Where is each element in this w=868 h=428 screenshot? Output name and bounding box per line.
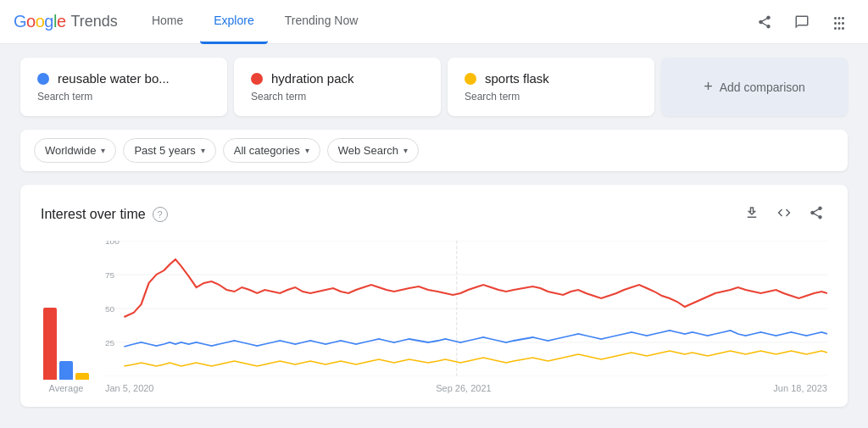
add-comparison-label: Add comparison (720, 81, 805, 94)
x-axis-labels: Jan 5, 2020 Sep 26, 2021 Jun 18, 2023 (105, 380, 827, 393)
svg-text:25: 25 (105, 339, 114, 347)
chart-body: Average 100 75 50 25 (41, 241, 827, 393)
apps-button[interactable] (824, 7, 854, 37)
term-type-1: Search term (37, 91, 210, 103)
term-type-2: Search term (251, 91, 424, 103)
chevron-down-icon: ▾ (101, 146, 105, 155)
chart-title-area: Interest over time ? (41, 207, 168, 222)
download-button[interactable] (741, 202, 763, 227)
chart-title: Interest over time (41, 207, 146, 222)
average-bars: Average (41, 278, 92, 393)
x-label-2: Sep 26, 2021 (436, 383, 491, 393)
term-name-2: hydration pack (271, 71, 354, 86)
filter-time[interactable]: Past 5 years ▾ (123, 138, 215, 163)
term-header-2: hydration pack (251, 71, 424, 86)
main-content: reusable water bo... Search term hydrati… (0, 44, 868, 420)
share-button[interactable] (749, 7, 780, 37)
x-label-3: Jun 18, 2023 (773, 383, 827, 393)
nav-explore[interactable]: Explore (200, 0, 267, 44)
embed-button[interactable] (773, 202, 795, 227)
filter-category[interactable]: All categories ▾ (223, 138, 320, 163)
search-term-card-3[interactable]: sports flask Search term (448, 58, 654, 116)
svg-text:100: 100 (105, 241, 120, 246)
avg-bar-red (43, 308, 57, 380)
line-chart-svg: 100 75 50 25 (105, 241, 827, 376)
share-chart-button[interactable] (805, 202, 827, 227)
chart-header: Interest over time ? (41, 202, 827, 227)
term-type-3: Search term (465, 91, 637, 103)
avg-bar-blue (59, 361, 73, 380)
x-label-1: Jan 5, 2020 (105, 383, 154, 393)
filter-region[interactable]: Worldwide ▾ (34, 138, 116, 163)
search-term-card-2[interactable]: hydration pack Search term (234, 58, 441, 116)
term-dot-3 (465, 73, 476, 85)
feedback-button[interactable] (787, 7, 817, 37)
chevron-down-icon: ▾ (201, 146, 205, 155)
svg-text:50: 50 (105, 305, 114, 314)
header: Google Trends Home Explore Trending Now (0, 0, 868, 44)
logo-area: Google Trends (14, 12, 118, 31)
term-dot-2 (251, 73, 263, 85)
chart-svg-area: 100 75 50 25 Jan 5, 2020 Sep 2 (105, 241, 827, 393)
term-name-1: reusable water bo... (58, 71, 170, 86)
bars-group (43, 278, 89, 380)
term-dot-1 (37, 73, 49, 85)
google-logo: Google (14, 12, 66, 31)
chevron-down-icon: ▾ (403, 146, 408, 155)
trends-logo: Trends (71, 13, 118, 31)
svg-text:75: 75 (105, 271, 114, 280)
plus-icon: + (704, 78, 713, 96)
nav-trending[interactable]: Trending Now (271, 0, 372, 44)
help-icon[interactable]: ? (153, 207, 168, 222)
term-header-1: reusable water bo... (37, 71, 210, 86)
header-actions (749, 7, 854, 37)
chevron-down-icon: ▾ (305, 146, 309, 155)
term-name-3: sports flask (485, 71, 549, 86)
avg-label: Average (49, 383, 84, 393)
main-nav: Home Explore Trending Now (138, 0, 749, 44)
search-terms-row: reusable water bo... Search term hydrati… (20, 58, 848, 116)
nav-home[interactable]: Home (138, 0, 197, 44)
filters-row: Worldwide ▾ Past 5 years ▾ All categorie… (20, 130, 848, 171)
filter-search-type[interactable]: Web Search ▾ (327, 138, 419, 163)
add-comparison-card[interactable]: + Add comparison (661, 58, 848, 116)
avg-bar-yellow (75, 373, 89, 380)
search-term-card-1[interactable]: reusable water bo... Search term (20, 58, 227, 116)
chart-card: Interest over time ? (20, 185, 848, 407)
term-header-3: sports flask (465, 71, 637, 86)
chart-actions (741, 202, 827, 227)
